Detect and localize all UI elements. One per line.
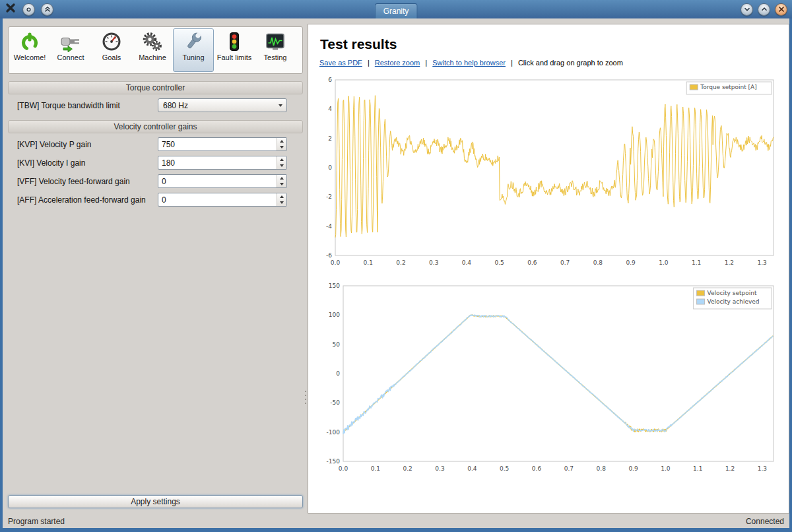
settings-panel: Welcome! Connect: [8, 26, 303, 512]
toolbar-item-connect[interactable]: Connect: [50, 28, 91, 72]
svg-text:0.0: 0.0: [339, 465, 348, 472]
torque-group-header: Torque controller: [8, 81, 303, 94]
svg-text:0.7: 0.7: [560, 259, 570, 266]
toolbar-item-welcome[interactable]: Welcome!: [9, 28, 50, 72]
sticky-button[interactable]: [22, 3, 35, 16]
kvp-spinbox[interactable]: [158, 137, 287, 151]
toolbar-label: Machine: [139, 53, 166, 61]
status-left: Program started: [8, 517, 65, 526]
gears-icon: [142, 31, 163, 52]
gauge-icon: [101, 31, 122, 52]
apply-settings-button[interactable]: Apply settings: [8, 495, 303, 508]
spin-down-icon[interactable]: [277, 163, 286, 170]
spin-up-icon[interactable]: [277, 156, 286, 163]
toolbar-item-fault-limits[interactable]: Fault limits: [214, 28, 255, 72]
vff-label: [VFF] Velocity feed-forward gain: [17, 177, 158, 186]
svg-text:0.8: 0.8: [593, 259, 603, 266]
spin-down-icon[interactable]: [277, 145, 286, 151]
tbw-combobox[interactable]: 680 Hz: [158, 98, 287, 112]
svg-text:0: 0: [328, 164, 332, 171]
results-panel: Test results Save as PDF | Restore zoom …: [308, 24, 789, 514]
svg-text:0.7: 0.7: [564, 465, 574, 472]
kvi-spinbox[interactable]: [158, 156, 287, 170]
svg-text:0.1: 0.1: [364, 259, 373, 266]
tbw-combobox-value: 680 Hz: [158, 101, 275, 110]
svg-text:0.4: 0.4: [467, 465, 477, 472]
vff-input[interactable]: [158, 175, 277, 187]
power-icon: [19, 31, 40, 52]
aff-row: [AFF] Acceleration feed-forward gain: [8, 192, 303, 207]
kvp-input[interactable]: [158, 138, 277, 150]
svg-text:0.8: 0.8: [597, 465, 607, 472]
keep-above-button[interactable]: [41, 3, 53, 16]
spin-down-icon[interactable]: [277, 182, 286, 188]
page-title: Test results: [320, 36, 783, 52]
spin-buttons[interactable]: [277, 175, 286, 187]
tbw-label: [TBW] Torque bandwidth limit: [17, 101, 158, 110]
spin-down-icon[interactable]: [277, 200, 286, 207]
spin-up-icon[interactable]: [277, 138, 286, 145]
aff-input[interactable]: [158, 193, 277, 206]
window-title: Granity: [383, 7, 409, 16]
svg-text:0.5: 0.5: [500, 465, 509, 472]
svg-text:0.0: 0.0: [331, 259, 341, 266]
svg-text:-50: -50: [330, 399, 340, 406]
wrench-icon: [183, 31, 204, 52]
aff-label: [AFF] Acceleration feed-forward gain: [17, 195, 158, 205]
spin-buttons[interactable]: [277, 193, 286, 206]
velocity-chart[interactable]: -150-100-500501001500.00.10.20.30.40.50.…: [319, 281, 780, 476]
close-button[interactable]: [775, 3, 787, 16]
svg-text:Velocity setpoint: Velocity setpoint: [708, 290, 757, 296]
svg-text:4: 4: [328, 106, 332, 112]
switch-to-help-browser-link[interactable]: Switch to help browser: [432, 59, 506, 67]
spin-up-icon[interactable]: [277, 193, 286, 200]
granity-window: Granity: [0, 0, 792, 532]
toolbar-item-testing[interactable]: Testing: [255, 28, 296, 72]
kvi-input[interactable]: [158, 156, 277, 169]
svg-text:1.3: 1.3: [757, 259, 766, 266]
tbw-row: [TBW] Torque bandwidth limit 680 Hz: [8, 98, 303, 113]
kvi-row: [KVI] Velocity I gain: [8, 155, 303, 170]
svg-text:0.4: 0.4: [462, 259, 472, 266]
svg-text:0.9: 0.9: [626, 259, 636, 266]
connector-icon: [60, 31, 81, 52]
toolbar-item-tuning[interactable]: Tuning: [173, 28, 214, 72]
svg-text:6: 6: [328, 77, 332, 83]
app-icon: [5, 2, 16, 17]
torque-chart[interactable]: -6-4-202460.00.10.20.30.40.50.60.70.80.9…: [319, 75, 780, 270]
status-right: Connected: [746, 517, 784, 526]
spin-buttons[interactable]: [277, 138, 286, 150]
toolbar-item-goals[interactable]: Goals: [91, 28, 132, 72]
svg-text:1.2: 1.2: [725, 259, 734, 266]
maximize-button[interactable]: [758, 3, 770, 16]
velocity-gains-group: Velocity controller gains [KVP] Velocity…: [8, 120, 303, 207]
vff-row: [VFF] Velocity feed-forward gain: [8, 174, 303, 189]
svg-text:0.6: 0.6: [532, 465, 542, 472]
svg-text:0.3: 0.3: [435, 465, 444, 472]
svg-text:-2: -2: [326, 193, 332, 200]
spin-up-icon[interactable]: [277, 175, 286, 182]
titlebar-tab[interactable]: Granity: [375, 3, 418, 18]
svg-text:150: 150: [329, 283, 340, 289]
svg-text:0.6: 0.6: [527, 259, 537, 266]
kvi-label: [KVI] Velocity I gain: [17, 158, 158, 168]
vff-spinbox[interactable]: [158, 174, 287, 188]
toolbar-item-machine[interactable]: Machine: [132, 28, 173, 72]
restore-zoom-link[interactable]: Restore zoom: [375, 59, 420, 67]
save-as-pdf-link[interactable]: Save as PDF: [319, 59, 362, 67]
svg-text:0.2: 0.2: [403, 465, 412, 472]
statusbar: Program started Connected: [3, 515, 789, 528]
svg-text:1.1: 1.1: [693, 465, 702, 472]
page-toolbar: Welcome! Connect: [8, 26, 303, 74]
titlebar[interactable]: Granity: [0, 0, 792, 18]
svg-text:Velocity achieved: Velocity achieved: [708, 298, 760, 305]
spin-buttons[interactable]: [277, 156, 286, 169]
minimize-button[interactable]: [741, 3, 753, 16]
oscilloscope-icon: [265, 31, 286, 52]
toolbar-label: Fault limits: [217, 53, 252, 61]
torque-controller-group: Torque controller [TBW] Torque bandwidth…: [8, 81, 303, 113]
aff-spinbox[interactable]: [158, 193, 287, 207]
separator: |: [425, 59, 427, 67]
kvp-row: [KVP] Velocity P gain: [8, 137, 303, 152]
svg-text:0.3: 0.3: [429, 259, 438, 266]
